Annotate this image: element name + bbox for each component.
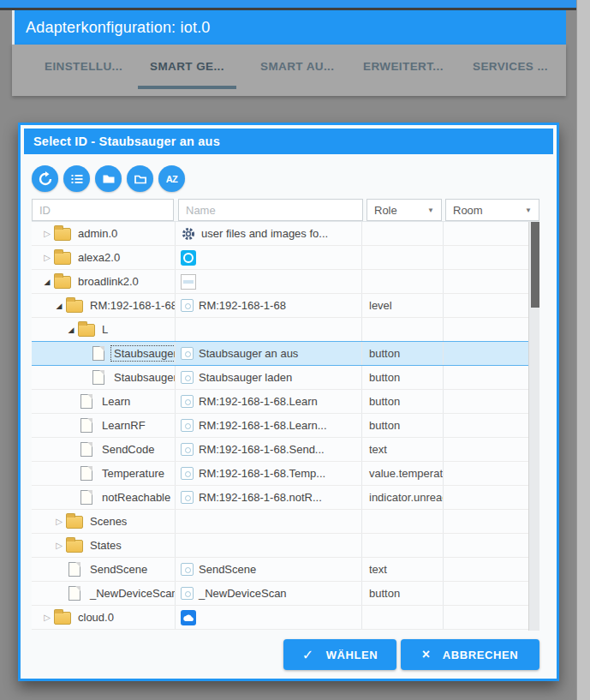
collapse-toggle-icon[interactable]: ◢: [52, 302, 66, 310]
expand-toggle-icon[interactable]: ▷: [52, 517, 66, 526]
folder-icon: [54, 228, 71, 241]
state-icon: [181, 299, 194, 312]
id-filter-input[interactable]: [32, 199, 174, 221]
expand-all-button[interactable]: [95, 165, 122, 192]
sort-az-icon: AZ: [166, 174, 178, 184]
table-row-Temperature[interactable]: Temperature RM:192-168-1-68.Temp... valu…: [32, 462, 528, 486]
tab-4[interactable]: SERVICES ...: [461, 45, 560, 89]
row-role-label: text: [369, 443, 387, 456]
file-icon: [80, 442, 92, 457]
row-id-cell: ▷Scenes: [32, 510, 176, 533]
alexa-adapter-icon: [181, 250, 196, 266]
state-icon: [181, 491, 194, 504]
table-row-admin.0[interactable]: ▷admin.0 user files and images fo...: [32, 222, 528, 246]
refresh-button[interactable]: [32, 165, 58, 192]
row-role-cell: button: [362, 366, 444, 389]
tab-2[interactable]: SMART AU...: [248, 45, 346, 89]
scrollbar-thumb[interactable]: [531, 222, 539, 308]
expand-toggle-icon[interactable]: ▷: [40, 253, 54, 262]
row-room-cell: [444, 462, 528, 485]
row-name-label: _NewDeviceScan: [199, 587, 287, 600]
folder-icon: [54, 276, 71, 289]
row-room-cell: [444, 366, 528, 389]
cancel-button[interactable]: × ABBRECHEN: [401, 639, 539, 670]
sort-az-button[interactable]: AZ: [158, 165, 185, 192]
row-role-label: indicator.unreach: [369, 491, 444, 504]
file-icon: [80, 418, 92, 433]
row-id-cell: _NewDeviceScan: [32, 582, 176, 605]
row-role-cell: level: [362, 294, 444, 317]
page-top-bar: [0, 0, 590, 8]
table-row-cloud.0[interactable]: ▷cloud.0: [32, 606, 528, 630]
table-row-States[interactable]: ▷States: [32, 534, 528, 558]
folder-closed-icon: [101, 171, 116, 187]
table-row-Learn[interactable]: Learn RM:192-168-1-68.Learn button: [32, 390, 528, 414]
table-scrollbar[interactable]: [528, 222, 539, 631]
select-button-label: WÄHLEN: [326, 649, 378, 661]
row-id-cell: SendCode: [32, 438, 176, 461]
collapse-toggle-icon[interactable]: ◢: [64, 326, 78, 334]
state-icon: [181, 563, 194, 576]
table-row-Staubsauger_an_aus[interactable]: Staubsauger_an_aus Staubsauger an aus bu…: [32, 341, 528, 366]
refresh-icon: [38, 171, 53, 187]
object-tree-table: ▷admin.0 user files and images fo... ▷al…: [32, 221, 539, 630]
row-id-label: L: [99, 322, 110, 337]
row-role-cell: [362, 534, 444, 557]
collapse-toggle-icon[interactable]: ◢: [40, 278, 54, 286]
row-name-label: RM:192-168-1-68.notR...: [199, 491, 322, 504]
list-icon: [69, 171, 85, 187]
expand-toggle-icon[interactable]: ▷: [40, 229, 54, 238]
table-row-SendCode[interactable]: SendCode RM:192-168-1-68.Send... text: [32, 438, 528, 462]
tab-0[interactable]: EINSTELLU...: [33, 45, 134, 89]
file-icon: [92, 346, 104, 361]
tab-1[interactable]: SMART GE...: [138, 45, 236, 89]
folder-icon: [66, 540, 83, 553]
row-role-cell: [362, 246, 444, 269]
row-name-cell: [176, 606, 362, 629]
table-row-LearnRF[interactable]: LearnRF RM:192-168-1-68.Learn... button: [32, 414, 528, 438]
row-name-cell: Staubsauger an aus: [176, 342, 362, 365]
row-id-cell: Staubsauger_laden: [32, 366, 176, 389]
row-room-cell: [444, 294, 528, 317]
row-role-cell: value.temperature: [362, 462, 444, 485]
row-id-label: LearnRF: [99, 418, 148, 433]
row-role-cell: [362, 606, 444, 629]
row-room-cell: [444, 438, 528, 461]
row-id-label: _NewDeviceScan: [87, 586, 176, 601]
row-id-label: admin.0: [75, 226, 120, 241]
room-filter-select[interactable]: Room ▼: [445, 199, 539, 221]
row-room-cell: [444, 510, 528, 533]
row-role-cell: button: [362, 390, 444, 413]
list-view-button[interactable]: [63, 165, 90, 192]
row-name-cell: RM:192-168-1-68.Temp...: [176, 462, 362, 485]
role-filter-select[interactable]: Role ▼: [367, 199, 442, 221]
table-row-RM:192-168-1-68[interactable]: ◢RM:192-168-1-68 RM:192-168-1-68 level: [32, 294, 528, 318]
table-row-_NewDeviceScan[interactable]: _NewDeviceScan _NewDeviceScan button: [32, 582, 528, 606]
folder-icon: [54, 252, 71, 265]
row-id-cell: Staubsauger_an_aus: [32, 342, 176, 365]
expand-toggle-icon[interactable]: ▷: [52, 541, 66, 550]
row-role-label: button: [369, 347, 400, 360]
table-row-alexa2.0[interactable]: ▷alexa2.0: [32, 246, 528, 270]
select-id-dialog: Select ID - Staubsauger an aus AZ Role ▼…: [18, 123, 559, 681]
row-role-cell: button: [362, 342, 444, 365]
table-row-SendScene[interactable]: SendScene SendScene text: [32, 558, 528, 582]
table-row-Scenes[interactable]: ▷Scenes: [32, 510, 528, 534]
row-id-label: SendScene: [87, 562, 150, 577]
dialog-title: Select ID - Staubsauger an aus: [24, 129, 553, 154]
table-row-notReachable[interactable]: notReachable RM:192-168-1-68.notR... ind…: [32, 486, 528, 510]
dropdown-arrow-icon: ▼: [427, 206, 434, 214]
tab-3[interactable]: ERWEITERT...: [351, 45, 456, 89]
expand-toggle-icon[interactable]: ▷: [40, 613, 54, 622]
state-icon: [181, 395, 194, 408]
select-button[interactable]: ✓ WÄHLEN: [283, 639, 396, 670]
row-id-cell: ▷States: [32, 534, 176, 557]
collapse-all-button[interactable]: [127, 165, 153, 192]
table-row-L[interactable]: ◢L: [32, 318, 528, 342]
table-row-broadlink2.0[interactable]: ◢broadlink2.0: [32, 270, 528, 294]
name-filter-input[interactable]: [178, 199, 363, 221]
row-id-cell: ◢RM:192-168-1-68: [32, 294, 176, 317]
row-id-cell: ▷alexa2.0: [32, 246, 176, 269]
table-row-Staubsauger_laden[interactable]: Staubsauger_laden Staubsauger laden butt…: [32, 366, 528, 390]
row-role-label: button: [369, 419, 400, 432]
